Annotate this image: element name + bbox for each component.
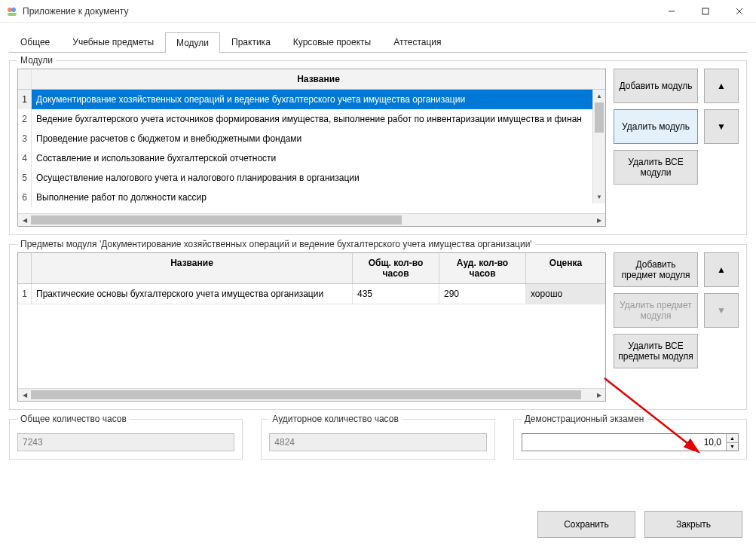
move-module-up-button[interactable]: ▲ — [704, 69, 739, 103]
grade-dropdown[interactable]: хорошо — [526, 284, 605, 304]
tabs: Общее Учебные предметы Модули Практика К… — [0, 23, 756, 52]
table-row[interactable]: 1 Документирование хозяйственных операци… — [18, 90, 592, 109]
close-dialog-button[interactable]: Закрыть — [644, 511, 742, 538]
table-row[interactable]: 4 Составление и использование бухгалтерс… — [18, 148, 592, 168]
titlebar: Приложение к документу — [0, 0, 756, 23]
tab-practice[interactable]: Практика — [220, 32, 282, 52]
total-hours-group: Общее количество часов — [9, 419, 243, 460]
triangle-up-icon: ▲ — [717, 264, 726, 275]
subjects-legend: Предметы модуля 'Документирование хозяйс… — [17, 239, 535, 249]
col-grade: Оценка — [526, 253, 605, 283]
aud-hours-label: Аудиторное количество часов — [269, 414, 401, 424]
modules-grid[interactable]: Название 1 Документирование хозяйственны… — [17, 69, 606, 227]
triangle-up-icon: ▲ — [717, 81, 726, 91]
total-hours-field — [17, 433, 234, 451]
col-aud: Ауд. кол-во часов — [439, 253, 526, 283]
subjects-groupbox: Предметы модуля 'Документирование хозяйс… — [9, 244, 747, 410]
svg-point-1 — [11, 8, 16, 12]
table-row[interactable]: 5 Осуществление налогового учета и налог… — [18, 168, 592, 188]
table-row[interactable]: 6 Выполнение работ по должности кассир — [18, 188, 592, 207]
add-subject-button[interactable]: Добавить предмет модуля — [614, 252, 698, 287]
subjects-grid[interactable]: Название Общ. кол-во часов Ауд. кол-во ч… — [17, 252, 606, 402]
col-total: Общ. кол-во часов — [353, 253, 439, 283]
scroll-right-icon[interactable]: ▶ — [592, 389, 605, 401]
modules-vertical-scrollbar[interactable]: ▲ ▼ — [592, 90, 605, 203]
maximize-button[interactable] — [688, 0, 722, 23]
scroll-left-icon[interactable]: ◀ — [18, 214, 31, 226]
modules-legend: Модули — [17, 55, 56, 66]
triangle-down-icon: ▼ — [717, 121, 726, 132]
demo-exam-group: Демонстрационный экзамен ▲ ▼ — [513, 419, 747, 460]
total-hours-label: Общее количество часов — [17, 414, 130, 424]
demo-exam-field[interactable] — [522, 434, 726, 451]
col-name: Название — [32, 253, 353, 283]
minimize-button[interactable] — [654, 0, 688, 23]
delete-module-button[interactable]: Удалить модуль — [614, 109, 698, 144]
scroll-right-icon[interactable]: ▶ — [592, 214, 605, 226]
modules-horizontal-scrollbar[interactable]: ◀ ▶ — [18, 213, 605, 226]
aud-hours-field — [269, 433, 486, 451]
svg-rect-2 — [8, 13, 17, 16]
tab-coursework[interactable]: Курсовые проекты — [282, 32, 382, 52]
tab-modules[interactable]: Модули — [165, 32, 220, 53]
table-row[interactable]: 3 Проведение расчетов с бюджетом и внебю… — [18, 129, 592, 148]
scroll-left-icon[interactable]: ◀ — [18, 389, 31, 401]
move-subject-down-button[interactable]: ▼ — [704, 293, 739, 328]
aud-hours-group: Аудиторное количество часов — [261, 419, 494, 460]
window-title: Приложение к документу — [23, 6, 654, 17]
table-row[interactable]: 2 Ведение бухгалтерского учета источнико… — [18, 109, 592, 129]
app-icon — [6, 5, 18, 17]
svg-rect-4 — [702, 8, 709, 14]
table-row[interactable]: 1 Практические основы бухгалтерского уче… — [18, 284, 605, 304]
tab-attestation[interactable]: Аттестация — [382, 32, 452, 52]
scroll-down-icon[interactable]: ▼ — [593, 191, 605, 203]
delete-all-subjects-button[interactable]: Удалить ВСЕ предметы модуля — [614, 334, 698, 368]
scroll-up-icon[interactable]: ▲ — [593, 90, 605, 102]
subjects-horizontal-scrollbar[interactable]: ◀ ▶ — [18, 388, 605, 401]
spin-up-button[interactable]: ▲ — [727, 434, 738, 443]
move-subject-up-button[interactable]: ▲ — [704, 252, 739, 287]
triangle-down-icon: ▼ — [717, 305, 726, 316]
save-button[interactable]: Сохранить — [537, 511, 635, 538]
close-button[interactable] — [722, 0, 756, 23]
delete-all-modules-button[interactable]: Удалить ВСЕ модули — [614, 150, 698, 185]
demo-exam-label: Демонстрационный экзамен — [522, 414, 647, 424]
modules-groupbox: Модули Название 1 Документирование хозяй… — [9, 60, 747, 235]
add-module-button[interactable]: Добавить модуль — [614, 69, 698, 103]
spin-down-button[interactable]: ▼ — [727, 443, 738, 451]
move-module-down-button[interactable]: ▼ — [704, 109, 739, 144]
tab-general[interactable]: Общее — [9, 32, 61, 52]
modules-grid-header: Название — [32, 69, 605, 90]
tab-subjects[interactable]: Учебные предметы — [61, 32, 165, 52]
delete-subject-button[interactable]: Удалить предмет модуля — [614, 293, 698, 328]
